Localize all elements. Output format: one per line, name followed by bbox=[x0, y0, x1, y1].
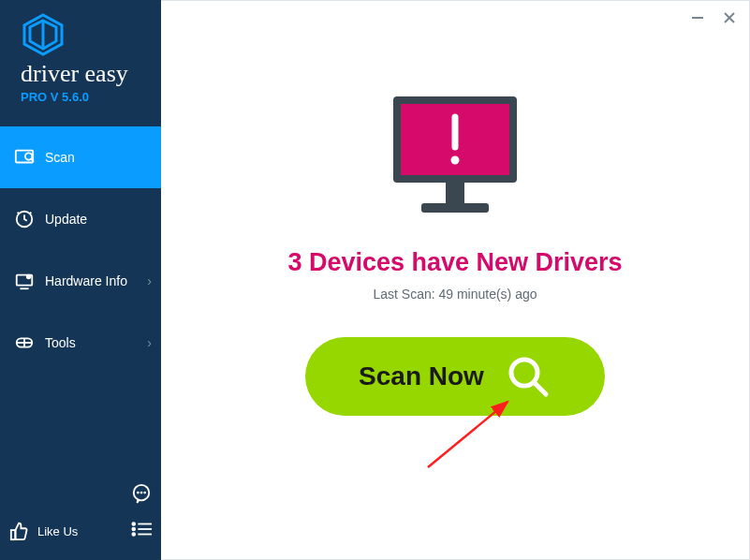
svg-point-32 bbox=[451, 156, 460, 165]
chat-bubble-icon bbox=[131, 483, 152, 504]
svg-rect-29 bbox=[446, 183, 464, 203]
hardware-icon bbox=[13, 270, 36, 292]
sidebar: driver easy PRO V 5.6.0 Scan U bbox=[0, 0, 161, 560]
brand-version: PRO V 5.6.0 bbox=[21, 90, 161, 104]
search-icon bbox=[505, 353, 551, 400]
minimize-icon bbox=[691, 11, 704, 24]
window-controls bbox=[687, 8, 740, 31]
minimize-button[interactable] bbox=[687, 8, 708, 31]
main-content: 3 Devices have New Drivers Last Scan: 49… bbox=[161, 91, 749, 416]
tools-icon bbox=[13, 332, 36, 354]
sidebar-item-label: Tools bbox=[45, 335, 76, 350]
svg-point-18 bbox=[132, 523, 135, 525]
last-scan-text: Last Scan: 49 minute(s) ago bbox=[373, 287, 537, 302]
brand-logo-icon bbox=[21, 13, 66, 56]
brand-name: driver easy bbox=[21, 62, 161, 86]
svg-point-15 bbox=[138, 493, 139, 494]
svg-point-16 bbox=[141, 493, 142, 494]
sidebar-item-hardware[interactable]: Hardware Info › bbox=[0, 250, 161, 312]
sidebar-item-label: Hardware Info bbox=[45, 273, 127, 288]
like-us-button[interactable]: Like Us bbox=[9, 521, 78, 541]
scan-icon bbox=[13, 146, 36, 169]
sidebar-item-label: Scan bbox=[45, 150, 75, 165]
menu-button[interactable] bbox=[131, 521, 152, 541]
sidebar-item-label: Update bbox=[45, 212, 87, 227]
brand-block: driver easy PRO V 5.6.0 bbox=[0, 0, 161, 113]
svg-line-34 bbox=[535, 383, 546, 394]
feedback-button[interactable] bbox=[131, 483, 152, 508]
svg-point-4 bbox=[25, 153, 32, 159]
close-button[interactable] bbox=[719, 8, 740, 31]
main-panel: 3 Devices have New Drivers Last Scan: 49… bbox=[161, 0, 750, 560]
scan-now-button[interactable]: Scan Now bbox=[305, 337, 605, 416]
alert-monitor-icon bbox=[384, 91, 526, 222]
like-us-label: Like Us bbox=[37, 524, 78, 538]
sidebar-item-scan[interactable]: Scan bbox=[0, 126, 161, 188]
svg-point-22 bbox=[132, 533, 135, 536]
svg-point-17 bbox=[144, 493, 145, 494]
close-icon bbox=[723, 11, 736, 24]
scan-now-label: Scan Now bbox=[359, 361, 484, 391]
svg-rect-30 bbox=[421, 203, 489, 213]
chevron-right-icon: › bbox=[147, 273, 152, 288]
svg-rect-13 bbox=[11, 530, 16, 539]
sidebar-item-update[interactable]: Update bbox=[0, 188, 161, 250]
svg-point-8 bbox=[27, 275, 31, 279]
status-headline: 3 Devices have New Drivers bbox=[287, 248, 622, 277]
sidebar-footer: Like Us bbox=[0, 474, 161, 560]
chevron-right-icon: › bbox=[147, 335, 152, 350]
thumbs-up-icon bbox=[9, 521, 30, 541]
menu-list-icon bbox=[131, 521, 152, 538]
sidebar-nav: Scan Update Hardware Info › bbox=[0, 126, 161, 374]
update-icon bbox=[13, 208, 36, 230]
svg-point-20 bbox=[132, 528, 135, 531]
sidebar-item-tools[interactable]: Tools › bbox=[0, 312, 161, 374]
